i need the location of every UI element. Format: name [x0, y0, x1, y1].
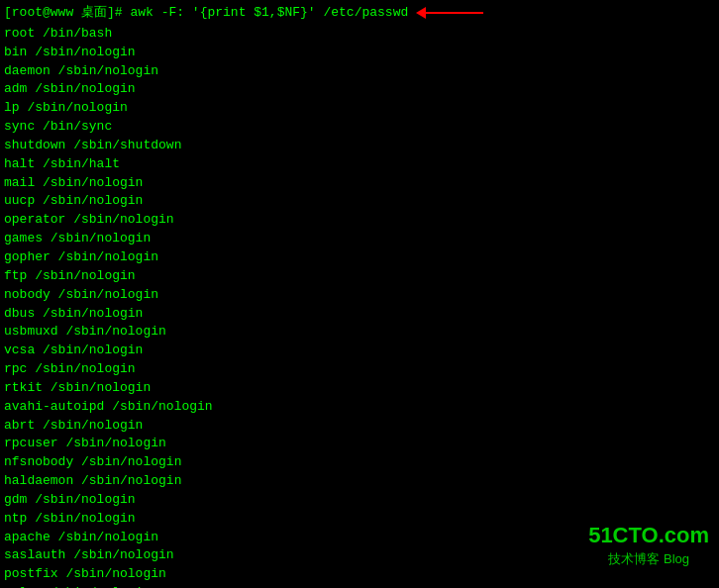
output-line: rpcuser /sbin/nologin — [4, 435, 715, 453]
output-line: dbus /sbin/nologin — [4, 305, 715, 324]
output-line: ftp /sbin/nologin — [4, 267, 715, 286]
watermark-label: 技术博客 — [608, 550, 660, 568]
output-line: nobody /sbin/nologin — [4, 286, 715, 305]
output-line: root /bin/bash — [4, 25, 715, 44]
output-line: postfix /sbin/nologin — [4, 565, 715, 584]
output-line: gopher /sbin/nologin — [4, 248, 715, 267]
output-line: shutdown /sbin/shutdown — [4, 137, 715, 155]
output-line: sync /bin/sync — [4, 118, 715, 137]
output-line: usbmuxd /sbin/nologin — [4, 323, 715, 342]
output-line: games /sbin/nologin — [4, 230, 715, 248]
output-line: mail /sbin/nologin — [4, 174, 715, 193]
output-line: operator /sbin/nologin — [4, 211, 715, 230]
command-line: [root@www 桌面]# awk -F: '{print $1,$NF}' … — [4, 4, 715, 23]
output-line: abrt /sbin/nologin — [4, 417, 715, 436]
output-line: haldaemon /sbin/nologin — [4, 472, 715, 491]
terminal-command: awk -F: '{print $1,$NF}' /etc/passwd — [130, 4, 408, 23]
output-line: vcsa /sbin/nologin — [4, 342, 715, 360]
output-line: bin /sbin/nologin — [4, 44, 715, 62]
output-line: gdm /sbin/nologin — [4, 491, 715, 510]
output-line: adm /sbin/nologin — [4, 80, 715, 99]
terminal-prompt: [root@www 桌面]# — [4, 4, 130, 23]
output-line: daemon /sbin/nologin — [4, 62, 715, 81]
watermark: 51CTO.com 技术博客 Blog — [588, 523, 709, 568]
output-line: rpc /sbin/nologin — [4, 360, 715, 379]
watermark-site: 51CTO.com — [588, 523, 709, 548]
watermark-blog: Blog — [664, 551, 689, 566]
output-line: uucp /sbin/nologin — [4, 192, 715, 211]
output-line: nfsnobody /sbin/nologin — [4, 453, 715, 472]
output-line: lp /sbin/nologin — [4, 99, 715, 118]
output-line: pulse /sbin/nologin — [4, 584, 715, 588]
terminal-window: [root@www 桌面]# awk -F: '{print $1,$NF}' … — [0, 0, 719, 588]
arrow-annotation — [416, 7, 483, 19]
output-line: halt /sbin/halt — [4, 155, 715, 174]
arrow-line-icon — [424, 12, 483, 14]
output-line: rtkit /sbin/nologin — [4, 379, 715, 398]
output-line: avahi-autoipd /sbin/nologin — [4, 398, 715, 417]
terminal-output: root /bin/bashbin /sbin/nologindaemon /s… — [4, 25, 715, 588]
